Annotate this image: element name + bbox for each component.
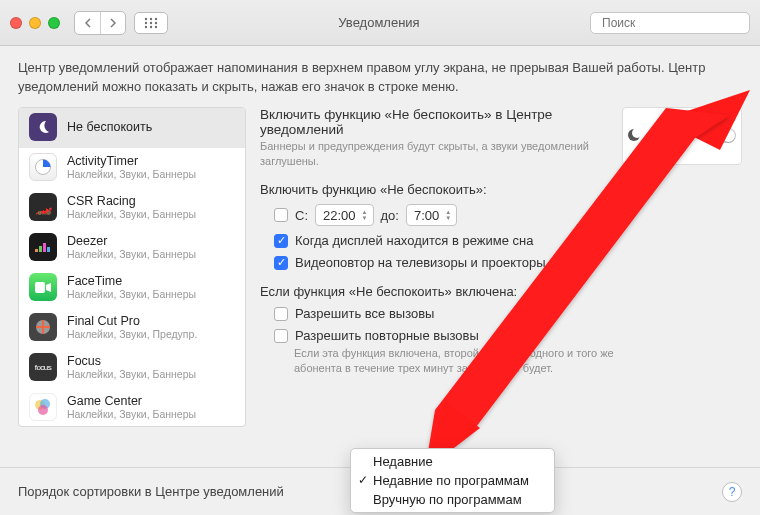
- sidebar-item-label: Game Center: [67, 394, 196, 408]
- sidebar-item-label: CSR Racing: [67, 194, 196, 208]
- from-time-field[interactable]: 22:00 ▲▼: [315, 204, 374, 226]
- to-time-field[interactable]: 7:00 ▲▼: [406, 204, 457, 226]
- app-list-sidebar: Не беспокоить ActivityTimerНаклейки, Зву…: [18, 107, 246, 427]
- sidebar-item-deezer[interactable]: DeezerНаклейки, Звуки, Баннеры: [19, 228, 245, 268]
- sidebar-item-label: FaceTime: [67, 274, 196, 288]
- sidebar-item-sub: Наклейки, Звуки, Баннеры: [67, 208, 196, 220]
- search-input[interactable]: [602, 16, 752, 30]
- equalizer-icon: [35, 241, 51, 253]
- search-mini-icon: ⌕: [720, 113, 726, 124]
- svg-point-5: [155, 21, 157, 23]
- dropdown-item-manual-by-app[interactable]: Вручную по программам: [351, 490, 554, 509]
- svg-rect-16: [35, 282, 45, 293]
- toolbar-search[interactable]: [590, 12, 750, 34]
- svg-point-8: [155, 25, 157, 27]
- sidebar-item-sub: Наклейки, Звуки, Баннеры: [67, 168, 196, 180]
- section-subtitle: Баннеры и предупреждения будут скрыты, а…: [260, 139, 610, 169]
- sort-order-label: Порядок сортировки в Центре уведомлений: [18, 484, 284, 499]
- forward-button[interactable]: [100, 12, 125, 34]
- show-all-prefs-button[interactable]: [134, 12, 168, 34]
- sidebar-item-sub: Наклейки, Звуки, Баннеры: [67, 408, 196, 420]
- video-icon: [35, 282, 51, 293]
- section-title: Включить функцию «Не беспокоить» в Центр…: [260, 107, 610, 137]
- pie-clock-icon: [34, 158, 52, 176]
- help-button[interactable]: ?: [722, 482, 742, 502]
- traffic-lights: [10, 17, 60, 29]
- window-title: Уведомления: [176, 15, 582, 30]
- from-time-value: 22:00: [323, 208, 356, 223]
- focus-icon: focus: [35, 363, 52, 372]
- allow-all-calls-label: Разрешить все вызовы: [295, 306, 434, 321]
- svg-point-6: [145, 25, 147, 27]
- toggle-mini-icon: [708, 128, 736, 143]
- sidebar-item-label: ActivityTimer: [67, 154, 196, 168]
- sidebar-item-sub: Наклейки, Звуки, Предупр.: [67, 328, 197, 340]
- svg-rect-15: [47, 247, 50, 252]
- sidebar-item-sub: Наклейки, Звуки, Баннеры: [67, 248, 196, 260]
- sidebar-item-label: Не беспокоить: [67, 120, 152, 134]
- dropdown-item-recent-by-app[interactable]: Недавние по программам: [351, 471, 554, 490]
- nav-segmented: [74, 11, 126, 35]
- chevron-left-icon: [84, 18, 92, 28]
- sidebar-item-label: Focus: [67, 354, 196, 368]
- sidebar-item-finalcutpro[interactable]: Final Cut ProНаклейки, Звуки, Предупр.: [19, 308, 245, 348]
- svg-point-3: [145, 21, 147, 23]
- svg-rect-13: [39, 246, 42, 252]
- sort-order-dropdown: Недавние Недавние по программам Вручную …: [350, 448, 555, 513]
- chevron-right-icon: [109, 18, 117, 28]
- window-toolbar: Уведомления: [0, 0, 760, 46]
- sidebar-item-label: Deezer: [67, 234, 196, 248]
- dropdown-item-recent[interactable]: Недавние: [351, 452, 554, 471]
- mirroring-checkbox[interactable]: [274, 256, 288, 270]
- sidebar-item-sub: Наклейки, Звуки, Баннеры: [67, 368, 196, 380]
- detail-pane: Включить функцию «Не беспокоить» в Центр…: [260, 107, 742, 427]
- bubbles-icon: [33, 397, 53, 417]
- schedule-heading: Включить функцию «Не беспокоить»:: [260, 182, 742, 197]
- to-time-value: 7:00: [414, 208, 439, 223]
- list-mini-icon: ≡: [730, 113, 736, 124]
- sidebar-item-label: Final Cut Pro: [67, 314, 197, 328]
- svg-rect-12: [35, 249, 38, 252]
- pane-description: Центр уведомлений отображает напоминания…: [0, 46, 760, 107]
- close-window-button[interactable]: [10, 17, 22, 29]
- moon-icon: [35, 119, 51, 135]
- svg-point-0: [145, 17, 147, 19]
- when-on-heading: Если функция «Не беспокоить» включена:: [260, 284, 742, 299]
- preview-thumbnail: ⌕≡: [622, 107, 742, 165]
- sidebar-item-focus[interactable]: focus FocusНаклейки, Звуки, Баннеры: [19, 348, 245, 388]
- back-button[interactable]: [75, 12, 100, 34]
- clapper-icon: [34, 318, 52, 336]
- sidebar-item-facetime[interactable]: FaceTimeНаклейки, Звуки, Баннеры: [19, 268, 245, 308]
- sleep-display-label: Когда дисплей находится в режиме сна: [295, 233, 533, 248]
- from-stepper[interactable]: ▲▼: [360, 209, 370, 221]
- allow-repeat-calls-label: Разрешить повторные вызовы: [295, 328, 479, 343]
- from-label: С:: [295, 208, 308, 223]
- sidebar-item-dnd[interactable]: Не беспокоить: [19, 108, 245, 148]
- svg-point-7: [150, 25, 152, 27]
- to-label: до:: [381, 208, 399, 223]
- svg-point-20: [38, 405, 48, 415]
- minimize-window-button[interactable]: [29, 17, 41, 29]
- schedule-checkbox[interactable]: [274, 208, 288, 222]
- allow-all-calls-checkbox[interactable]: [274, 307, 288, 321]
- sidebar-item-activitytimer[interactable]: ActivityTimerНаклейки, Звуки, Баннеры: [19, 148, 245, 188]
- car-icon: 🏎️: [35, 199, 52, 215]
- zoom-window-button[interactable]: [48, 17, 60, 29]
- moon-mini-icon: [628, 129, 640, 141]
- grid-icon: [144, 17, 158, 29]
- sleep-display-checkbox[interactable]: [274, 234, 288, 248]
- allow-repeat-note: Если эта функция включена, второй вызов …: [294, 346, 624, 376]
- to-stepper[interactable]: ▲▼: [443, 209, 453, 221]
- sidebar-item-gamecenter[interactable]: Game CenterНаклейки, Звуки, Баннеры: [19, 388, 245, 427]
- sidebar-item-sub: Наклейки, Звуки, Баннеры: [67, 288, 196, 300]
- sidebar-item-csrracing[interactable]: 🏎️ CSR RacingНаклейки, Звуки, Баннеры: [19, 188, 245, 228]
- allow-repeat-calls-checkbox[interactable]: [274, 329, 288, 343]
- svg-point-2: [155, 17, 157, 19]
- svg-point-1: [150, 17, 152, 19]
- svg-rect-14: [43, 243, 46, 252]
- svg-point-4: [150, 21, 152, 23]
- mirroring-label: Видеоповтор на телевизоры и проекторы: [295, 255, 546, 270]
